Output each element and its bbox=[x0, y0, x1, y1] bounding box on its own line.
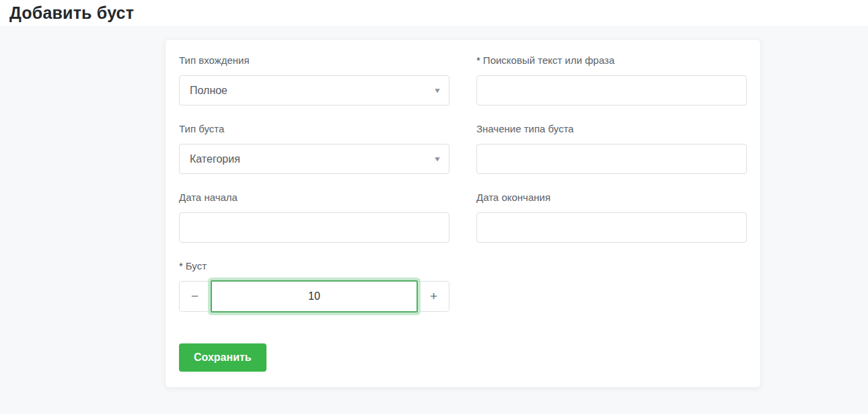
field-boost-type: Тип буста Категория ▼ bbox=[179, 123, 449, 174]
boost-type-selected-value: Категория bbox=[190, 153, 240, 165]
boost-number-stepper: − + bbox=[179, 281, 449, 312]
field-boost: *Буст − + bbox=[179, 260, 449, 312]
form-column-right: *Поисковый текст или фраза Значение типа… bbox=[476, 54, 747, 372]
search-text-label: *Поисковый текст или фраза bbox=[476, 54, 747, 67]
form-grid: Тип вхождения Полное ▼ Тип буста Категор… bbox=[179, 54, 747, 372]
boost-label: *Буст bbox=[179, 260, 449, 272]
boost-type-value-label: Значение типа буста bbox=[476, 123, 747, 135]
add-boost-form-card: Тип вхождения Полное ▼ Тип буста Категор… bbox=[165, 39, 761, 388]
field-search-text: *Поисковый текст или фраза bbox=[476, 54, 747, 106]
page-title: Добавить буст bbox=[9, 2, 859, 24]
boost-value-input[interactable] bbox=[211, 280, 418, 313]
boost-type-label: Тип буста bbox=[179, 123, 449, 135]
search-text-label-text: Поисковый текст или фраза bbox=[483, 54, 614, 66]
caret-down-icon[interactable]: ▼ bbox=[433, 156, 441, 163]
boost-type-select[interactable]: Категория ▼ bbox=[179, 144, 449, 174]
form-column-left: Тип вхождения Полное ▼ Тип буста Категор… bbox=[179, 54, 449, 372]
caret-down-icon[interactable]: ▼ bbox=[433, 87, 441, 94]
date-start-label: Дата начала bbox=[179, 192, 449, 204]
increase-button[interactable]: + bbox=[418, 282, 449, 311]
page-header: Добавить буст bbox=[0, 0, 868, 27]
search-text-input[interactable] bbox=[476, 75, 747, 106]
field-date-start: Дата начала bbox=[179, 192, 449, 243]
save-button[interactable]: Сохранить bbox=[179, 343, 266, 372]
required-asterisk: * bbox=[179, 260, 183, 272]
field-boost-type-value: Значение типа буста bbox=[476, 123, 747, 174]
date-start-input[interactable] bbox=[179, 212, 449, 243]
date-end-input[interactable] bbox=[476, 212, 747, 243]
field-date-end: Дата окончания bbox=[476, 192, 747, 243]
required-asterisk: * bbox=[476, 54, 480, 66]
content-area: Тип вхождения Полное ▼ Тип буста Категор… bbox=[0, 27, 868, 388]
entry-type-select[interactable]: Полное ▼ bbox=[179, 75, 449, 106]
boost-type-value-input[interactable] bbox=[476, 144, 747, 174]
field-entry-type: Тип вхождения Полное ▼ bbox=[179, 54, 449, 106]
decrease-button[interactable]: − bbox=[180, 282, 211, 311]
entry-type-label: Тип вхождения bbox=[179, 54, 449, 67]
boost-label-text: Буст bbox=[186, 260, 207, 272]
entry-type-selected-value: Полное bbox=[190, 85, 227, 97]
date-end-label: Дата окончания bbox=[476, 192, 747, 204]
